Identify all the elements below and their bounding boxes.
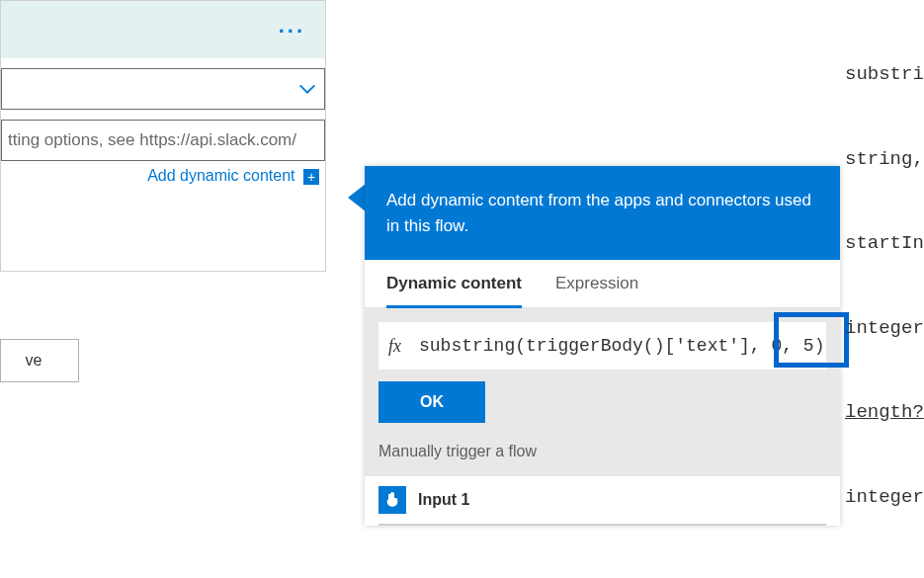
doc-sidebar: substri string, startIn integer length? … <box>845 0 924 578</box>
doc-line: substri <box>845 60 924 89</box>
plus-icon[interactable]: + <box>303 169 319 185</box>
doc-gap <box>845 567 924 578</box>
expression-area: fx substring(triggerBody()['text'], 0, 5… <box>365 308 840 433</box>
dynamic-content-panel: Add dynamic content from the apps and co… <box>365 166 840 526</box>
panel-header: Add dynamic content from the apps and co… <box>365 166 840 260</box>
expression-input[interactable]: fx substring(triggerBody()['text'], 0, 5… <box>378 322 826 370</box>
save-button[interactable]: ve <box>0 339 79 382</box>
add-dynamic-content-link[interactable]: Add dynamic content <box>147 167 294 184</box>
text-field-placeholder: tting options, see https://api.slack.com… <box>8 130 296 150</box>
ok-button[interactable]: OK <box>378 381 485 423</box>
more-icon[interactable]: ... <box>279 13 305 39</box>
card-header: ... <box>1 1 325 58</box>
section-title: Manually trigger a flow <box>365 433 840 476</box>
touch-icon <box>378 486 406 514</box>
text-field[interactable]: tting options, see https://api.slack.com… <box>1 120 325 161</box>
panel-pointer <box>348 184 366 211</box>
doc-line: string, <box>845 145 924 174</box>
expression-code: substring(triggerBody()['text'], 0, 5) <box>419 336 824 356</box>
doc-line: startIn <box>845 229 924 258</box>
tab-dynamic-content[interactable]: Dynamic content <box>386 274 522 308</box>
panel-tabs: Dynamic content Expression <box>365 260 840 308</box>
dynamic-item-label: Input 1 <box>418 491 469 509</box>
doc-line-length: length? <box>845 398 924 427</box>
doc-line: integer <box>845 314 924 343</box>
dropdown-field[interactable] <box>1 68 325 110</box>
tab-expression[interactable]: Expression <box>555 274 638 307</box>
item-divider <box>378 524 826 526</box>
add-dynamic-row: Add dynamic content + <box>1 161 325 185</box>
fx-icon: fx <box>388 336 401 357</box>
chevron-down-icon <box>296 78 318 100</box>
action-card: ... tting options, see https://api.slack… <box>0 0 326 272</box>
doc-line: integer <box>845 483 924 512</box>
dynamic-item-input-1[interactable]: Input 1 <box>365 476 840 524</box>
